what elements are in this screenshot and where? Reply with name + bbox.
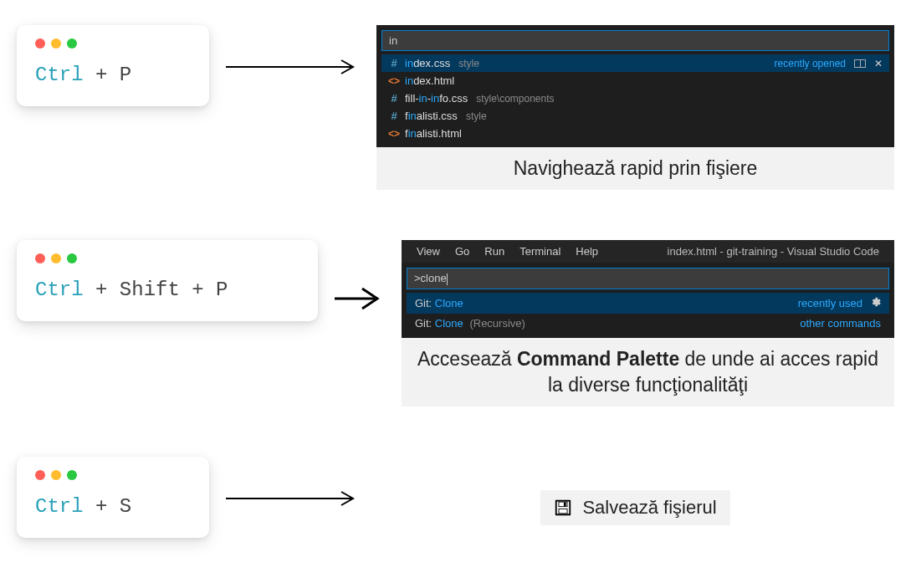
quickopen-item[interactable]: # index.css style recently opened ✕ [381, 54, 889, 72]
file-path: style\components [476, 93, 554, 105]
key-p: P [120, 64, 131, 86]
dot-red-icon [35, 253, 45, 263]
quickopen-file-list: # index.css style recently opened ✕ <> i… [381, 54, 889, 142]
caption-palette: Accesează Command Palette de unde ai acc… [402, 338, 894, 406]
row-ctrl-p: Ctrl + P in # index.css style recently o… [17, 25, 894, 190]
shortcut-text: Ctrl + P [35, 64, 191, 86]
dot-yellow-icon [51, 38, 61, 49]
dot-red-icon [35, 38, 45, 49]
command-name: Git: Clone (Recursive) [415, 317, 525, 330]
file-name: finalisti.css [405, 110, 458, 122]
menu-item[interactable]: Run [484, 245, 504, 258]
row-ctrl-shift-p: Ctrl + Shift + P View Go Run Terminal He… [17, 240, 894, 406]
key-ctrl: Ctrl [35, 64, 84, 86]
recently-used-label: recently used [798, 297, 862, 309]
quickopen-search-input[interactable]: in [381, 30, 889, 51]
caption-save: Salvează fişierul [540, 490, 729, 525]
dot-red-icon [35, 470, 45, 480]
close-icon[interactable]: ✕ [874, 58, 883, 69]
css-file-icon: # [388, 110, 400, 122]
dot-yellow-icon [51, 470, 61, 480]
menu-item[interactable]: Go [455, 245, 469, 258]
shortcut-text: Ctrl + S [35, 495, 191, 518]
css-file-icon: # [388, 57, 400, 69]
command-palette-panel: View Go Run Terminal Help index.html - g… [402, 240, 894, 338]
file-name: finalisti.html [405, 127, 462, 140]
dot-yellow-icon [51, 253, 61, 263]
dot-green-icon [67, 253, 77, 263]
quickopen-item[interactable]: # fill-in-info.css style\components [381, 89, 889, 107]
shortcut-card-ctrl-p: Ctrl + P [17, 25, 209, 106]
split-editor-icon[interactable] [854, 59, 866, 68]
key-ctrl: Ctrl [35, 279, 84, 301]
html-file-icon: <> [388, 128, 400, 140]
key-p: P [216, 279, 228, 301]
arrow-icon [226, 25, 360, 75]
arrow-icon [226, 457, 360, 507]
arrow-icon [335, 240, 385, 311]
quickopen-column: in # index.css style recently opened ✕ <… [376, 25, 894, 190]
recently-opened-label: recently opened [775, 58, 846, 69]
menu-item[interactable]: Help [576, 245, 598, 258]
caption-quickopen: Navighează rapid prin fişiere [376, 147, 894, 190]
quickopen-item[interactable]: # finalisti.css style [381, 107, 889, 125]
dot-green-icon [67, 38, 77, 49]
palette-column: View Go Run Terminal Help index.html - g… [402, 240, 894, 406]
file-name: index.html [405, 74, 454, 87]
svg-rect-7 [564, 502, 566, 506]
window-title: index.html - git-training - Visual Studi… [668, 245, 879, 258]
quickopen-item[interactable]: <> finalisti.html [381, 125, 889, 142]
key-shift: Shift [120, 279, 180, 301]
quickopen-item[interactable]: <> index.html [381, 72, 889, 89]
vscode-menubar: View Go Run Terminal Help index.html - g… [402, 240, 894, 263]
gear-icon[interactable] [869, 296, 881, 310]
file-path: style [458, 58, 479, 69]
quickopen-panel: in # index.css style recently opened ✕ <… [376, 25, 894, 147]
command-name: Git: Clone [415, 297, 463, 309]
window-dots [35, 253, 299, 263]
window-dots [35, 470, 191, 480]
shortcut-text: Ctrl + Shift + P [35, 279, 299, 301]
palette-item[interactable]: Git: Clone (Recursive) other commands [407, 314, 889, 333]
window-dots [35, 38, 191, 49]
file-name: index.css [405, 57, 450, 69]
file-path: style [466, 110, 487, 122]
html-file-icon: <> [388, 75, 400, 87]
shortcut-card-ctrl-s: Ctrl + S [17, 457, 209, 538]
css-file-icon: # [388, 92, 400, 105]
dot-green-icon [67, 470, 77, 480]
menu-item[interactable]: View [417, 245, 440, 258]
svg-rect-9 [560, 509, 567, 514]
file-name: fill-in-info.css [405, 92, 468, 105]
key-ctrl: Ctrl [35, 495, 84, 518]
save-icon [554, 499, 572, 517]
palette-search-input[interactable]: >clone [407, 268, 889, 289]
other-commands-label: other commands [800, 317, 881, 330]
shortcut-card-ctrl-shift-p: Ctrl + Shift + P [17, 240, 318, 321]
caption-save-text: Salvează fişierul [582, 497, 716, 519]
save-column: Salvează fişierul [376, 457, 894, 525]
key-s: S [120, 495, 131, 518]
row-ctrl-s: Ctrl + S Salvează fişierul [17, 457, 894, 538]
palette-item[interactable]: Git: Clone recently used [407, 293, 889, 314]
menu-item[interactable]: Terminal [519, 245, 560, 258]
